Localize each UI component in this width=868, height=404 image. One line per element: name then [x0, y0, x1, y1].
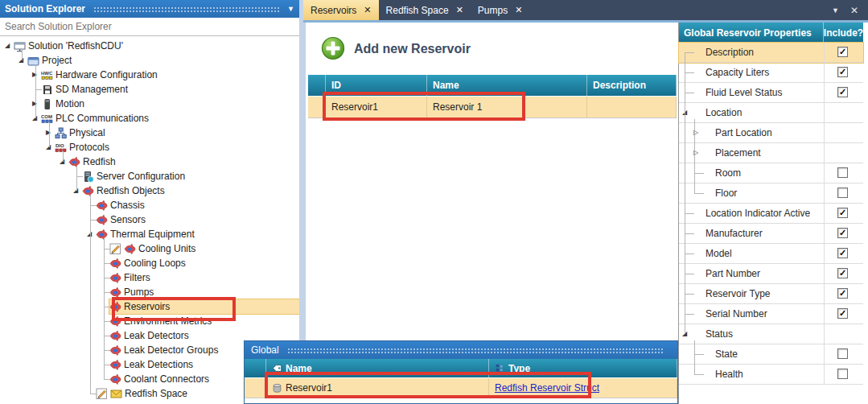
add-reservoir-button[interactable] [321, 36, 345, 60]
tab-reservoirs[interactable]: Reservoirs✕ [303, 0, 379, 20]
type-link[interactable]: Redfish Reservoir Struct [495, 382, 599, 394]
tree-item-protocols[interactable]: ◢DIOProtocols [0, 140, 299, 155]
property-row-location[interactable]: ◢Location [679, 103, 863, 123]
property-row-manufacturer[interactable]: Manufacturer✓ [679, 224, 863, 244]
property-label: Placement [715, 147, 761, 159]
tree-item-reservoirs[interactable]: Reservoirs [0, 299, 299, 314]
tree-item-environment-metrics[interactable]: Environment Metrics [0, 314, 299, 328]
tree-item-plc-communications[interactable]: ◢COMPLC Communications [0, 111, 299, 126]
tree-item-redfish-objects[interactable]: ◢Redfish Objects [0, 183, 299, 198]
tree-item-hardware-configuration[interactable]: ▶HWCHardware Configuration [0, 68, 299, 82]
column-header-Description[interactable]: Description [587, 75, 677, 96]
tree-item-redfish[interactable]: ◢Redfish [0, 155, 299, 169]
include-checkbox-unchecked[interactable] [837, 348, 848, 359]
reservoir-table-row[interactable]: Reservoir1Reservoir 1 [308, 96, 677, 118]
document-border [303, 20, 868, 23]
column-header-ID[interactable]: ID [326, 75, 427, 96]
tree-item-filters[interactable]: Filters [0, 270, 299, 285]
global-cell-type[interactable]: Redfish Reservoir Struct [489, 378, 677, 398]
include-checkbox-checked[interactable]: ✓ [837, 87, 848, 97]
property-row-health[interactable]: Health [679, 365, 863, 385]
collapse-icon[interactable]: ◢ [32, 111, 41, 126]
property-row-part-location[interactable]: ▷Part Location [679, 123, 863, 143]
property-label: Reservoir Type [706, 288, 770, 299]
property-row-status[interactable]: ◢Status [679, 324, 863, 344]
tab-pumps[interactable]: Pumps✕ [471, 0, 530, 20]
include-checkbox-unchecked[interactable] [837, 188, 848, 198]
tree-item-pumps[interactable]: Pumps [0, 285, 299, 299]
property-row-capacity-liters[interactable]: Capacity Liters✓ [679, 63, 863, 83]
panel-menu-icon[interactable]: ▼ [287, 5, 294, 13]
redfish-icon [109, 258, 121, 270]
tree-item-physical[interactable]: ▶Physical [0, 126, 299, 140]
cell-description[interactable] [587, 97, 677, 117]
property-row-room[interactable]: Room [679, 163, 863, 183]
property-row-model[interactable]: Model✓ [679, 244, 863, 264]
property-row-description[interactable]: Description✓ [679, 43, 863, 63]
tree-item-cooling-units[interactable]: Cooling Units [0, 241, 299, 256]
tree-item-chassis[interactable]: Chassis [0, 198, 299, 212]
include-checkbox-checked[interactable]: ✓ [837, 288, 848, 299]
property-row-placement[interactable]: ▷Placement [679, 143, 863, 163]
collapse-icon[interactable]: ◢ [19, 53, 27, 68]
expand-icon[interactable]: ▶ [32, 97, 41, 111]
tree-item-cooling-loops[interactable]: Cooling Loops [0, 256, 299, 270]
column-divider [824, 324, 825, 344]
property-row-location-indicator-active[interactable]: Location Indicator Active✓ [679, 204, 863, 224]
tree-item-sensors[interactable]: Sensors [0, 212, 299, 227]
pencil-icon [109, 243, 121, 255]
include-checkbox-checked[interactable]: ✓ [837, 228, 848, 238]
close-document-icon[interactable]: ✕ [850, 5, 858, 16]
global-cell-name[interactable]: Reservoir1 [266, 378, 489, 398]
tab-close-icon[interactable]: ✕ [515, 5, 522, 15]
include-checkbox-checked[interactable]: ✓ [837, 67, 848, 77]
cell-id[interactable]: Reservoir1 [326, 97, 427, 117]
tree-guide-line [104, 350, 110, 351]
include-checkbox-unchecked[interactable] [837, 369, 848, 379]
include-checkbox-checked[interactable]: ✓ [837, 248, 848, 258]
property-label: Model [706, 248, 732, 259]
collapse-icon[interactable]: ◢ [87, 227, 96, 241]
search-input[interactable] [0, 18, 299, 36]
tree-item-motion[interactable]: ▶Motion [0, 97, 299, 111]
collapse-icon[interactable]: ◢ [60, 155, 68, 169]
tree-item-sd-management[interactable]: SD Management [0, 82, 299, 97]
tree-item-project[interactable]: ◢Project [0, 53, 299, 68]
property-row-state[interactable]: State [679, 344, 863, 365]
tree-item-solution-redfishcdu-[interactable]: ◢Solution 'RedfishCDU' [0, 39, 299, 53]
include-checkbox-unchecked[interactable] [837, 167, 848, 178]
property-row-floor[interactable]: Floor [679, 183, 863, 204]
tree-item-label: Redfish Objects [97, 185, 165, 196]
property-row-reservoir-type[interactable]: Reservoir Type✓ [679, 284, 863, 304]
property-row-part-number[interactable]: Part Number✓ [679, 264, 863, 284]
tree-item-thermal-equipment[interactable]: ◢Thermal Equipment [0, 227, 299, 241]
include-checkbox-checked[interactable]: ✓ [837, 47, 848, 57]
collapse-icon[interactable]: ◢ [46, 140, 55, 155]
collapse-icon[interactable]: ◢ [73, 183, 82, 198]
expand-icon[interactable]: ▶ [46, 126, 55, 140]
include-checkbox-checked[interactable]: ✓ [837, 208, 848, 218]
property-label: Part Number [706, 268, 760, 279]
collapse-icon[interactable]: ◢ [5, 39, 14, 53]
column-divider [824, 365, 825, 385]
tab-close-icon[interactable]: ✕ [364, 5, 371, 15]
solution-explorer-title: Solution Explorer [5, 3, 85, 14]
tree-guide-line [685, 233, 694, 234]
physical-icon [55, 127, 67, 139]
expand-icon[interactable]: ▶ [32, 68, 41, 82]
tab-redfish-space[interactable]: Redfish Space✕ [379, 0, 471, 20]
cell-name[interactable]: Reservoir 1 [427, 97, 587, 117]
column-header-Name[interactable]: Name [427, 75, 587, 96]
tree-guide-line [90, 195, 91, 394]
global-table-row[interactable]: Reservoir1Redfish Reservoir Struct [245, 377, 677, 398]
property-row-fluid-level-status[interactable]: Fluid Level Status✓ [679, 83, 863, 103]
property-row-serial-number[interactable]: Serial Number✓ [679, 304, 863, 324]
global-column-header-type[interactable]: Type [489, 359, 677, 377]
tab-close-icon[interactable]: ✕ [456, 5, 463, 15]
tree-item-server-configuration[interactable]: Server Configuration [0, 169, 299, 183]
global-column-header-name[interactable]: Name [266, 359, 489, 377]
include-checkbox-checked[interactable]: ✓ [837, 268, 848, 278]
project-icon [27, 55, 39, 67]
include-checkbox-checked[interactable]: ✓ [837, 308, 848, 319]
tab-list-dropdown-icon[interactable]: ▼ [832, 6, 839, 14]
